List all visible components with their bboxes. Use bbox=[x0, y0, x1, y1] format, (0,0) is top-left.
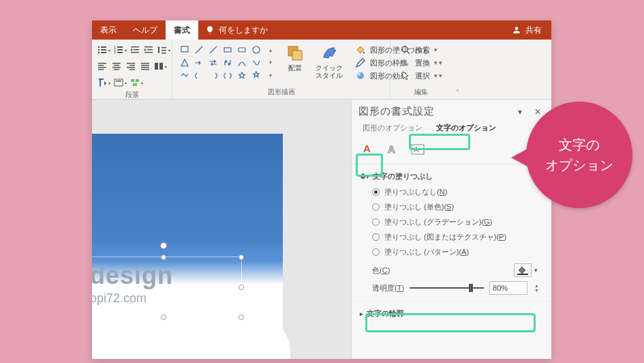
radio-picture-fill[interactable]: 塗りつぶし (図またはテクスチャ)(P) bbox=[372, 232, 543, 242]
effects-icon bbox=[355, 70, 366, 81]
tab-view[interactable]: 表示 bbox=[92, 20, 125, 40]
shapes-gallery[interactable]: ▴▾▾ bbox=[177, 42, 279, 83]
share-button[interactable]: 共有 bbox=[502, 20, 551, 40]
textbox-text-sub: opi72.com bbox=[92, 291, 147, 306]
svg-rect-11 bbox=[117, 52, 123, 53]
section-text-fill-header[interactable]: �▾文字の塗りつぶし bbox=[360, 169, 543, 184]
quick-styles-button[interactable]: クイック スタイル bbox=[311, 42, 347, 81]
lightbulb-icon bbox=[205, 25, 215, 35]
svg-rect-5 bbox=[101, 52, 106, 53]
transparency-spin-up[interactable]: ▲ bbox=[533, 283, 540, 288]
group-editing: 検索 ab 置換▾ 選択▾ 編集 bbox=[390, 40, 452, 99]
align-text-button[interactable]: ▾ bbox=[112, 75, 127, 90]
svg-rect-30 bbox=[129, 65, 135, 66]
radio-solid-fill[interactable]: 塗りつぶし (単色)(S) bbox=[372, 202, 543, 212]
svg-rect-28 bbox=[114, 69, 119, 70]
svg-text:ab: ab bbox=[401, 59, 406, 63]
selected-textbox[interactable]: design opi72.com bbox=[92, 257, 242, 318]
app-window: 表示 ヘルプ 書式 何をしますか 共有 ▾ 123▾ ▾ bbox=[92, 20, 551, 359]
svg-point-55 bbox=[402, 46, 408, 52]
svg-text:A: A bbox=[363, 143, 371, 154]
svg-rect-35 bbox=[141, 67, 149, 68]
svg-rect-37 bbox=[155, 63, 158, 70]
transparency-spin-down[interactable]: ▼ bbox=[533, 288, 540, 293]
arrange-button[interactable]: 配置 bbox=[281, 42, 309, 73]
bullets-button[interactable]: ▾ bbox=[96, 42, 111, 57]
increase-indent-button[interactable] bbox=[142, 42, 155, 57]
svg-rect-42 bbox=[136, 79, 139, 82]
svg-text:A: A bbox=[388, 143, 395, 155]
slide-canvas[interactable]: design opi72.com bbox=[92, 100, 351, 359]
collapse-ribbon-button[interactable]: ˄ bbox=[452, 40, 463, 99]
svg-rect-31 bbox=[127, 67, 135, 68]
svg-rect-14 bbox=[131, 52, 139, 53]
svg-rect-16 bbox=[147, 49, 153, 50]
align-left-button[interactable] bbox=[96, 59, 109, 74]
align-center-button[interactable] bbox=[110, 59, 123, 74]
align-right-button[interactable] bbox=[125, 59, 138, 74]
radio-pattern-fill[interactable]: 塗りつぶし (パターン)(A) bbox=[372, 247, 543, 257]
svg-rect-12 bbox=[131, 46, 139, 48]
text-direction-button[interactable]: ▾ bbox=[96, 75, 111, 90]
tab-format[interactable]: 書式 bbox=[166, 20, 198, 40]
svg-rect-33 bbox=[141, 63, 149, 64]
svg-line-46 bbox=[210, 46, 217, 53]
replace-button[interactable]: ab 置換▾ bbox=[397, 57, 445, 69]
transparency-value-input[interactable]: 80% bbox=[489, 281, 527, 295]
bucket-icon bbox=[355, 44, 366, 55]
radio-gradient-fill[interactable]: 塗りつぶし (グラデーション)(G) bbox=[372, 217, 543, 227]
transparency-slider[interactable] bbox=[410, 283, 484, 293]
svg-rect-26 bbox=[114, 65, 119, 66]
tell-me-search[interactable]: 何をしますか bbox=[198, 20, 275, 40]
pane-tab-shape-options[interactable]: 図形のオプション bbox=[358, 121, 427, 135]
transparency-label: 透明度(T) bbox=[372, 283, 404, 293]
decrease-indent-button[interactable] bbox=[129, 42, 141, 57]
radio-no-fill[interactable]: 塗りつぶしなし(N) bbox=[372, 187, 543, 197]
text-effects-icon[interactable]: A bbox=[383, 141, 403, 158]
group-paragraph: ▾ 123▾ ▾ ▾ ▾ ▾ ▾ bbox=[92, 40, 172, 99]
select-button[interactable]: 選択▾ bbox=[397, 70, 445, 82]
svg-rect-40 bbox=[116, 81, 121, 82]
svg-point-1 bbox=[98, 49, 99, 50]
group-drawing: ▴▾▾ 配置 クイック スタイル 図形の塗りつぶし▾ bbox=[172, 40, 390, 99]
svg-rect-63 bbox=[517, 274, 528, 275]
search-icon bbox=[400, 44, 411, 55]
justify-button[interactable] bbox=[138, 59, 151, 74]
numbering-button[interactable]: 123▾ bbox=[112, 42, 127, 57]
cursor-icon bbox=[400, 70, 411, 81]
svg-point-54 bbox=[358, 73, 361, 76]
pane-menu-button[interactable]: ▾ bbox=[515, 106, 525, 118]
svg-rect-23 bbox=[98, 67, 106, 68]
text-box-icon[interactable]: A bbox=[408, 141, 428, 158]
svg-rect-3 bbox=[101, 46, 106, 48]
find-button[interactable]: 検索 bbox=[397, 44, 445, 56]
svg-line-56 bbox=[407, 51, 410, 54]
line-spacing-button[interactable]: ▾ bbox=[156, 42, 171, 57]
svg-rect-43 bbox=[133, 83, 137, 86]
pane-title: 図形の書式設定 bbox=[358, 105, 509, 118]
svg-rect-41 bbox=[131, 79, 134, 82]
share-label: 共有 bbox=[525, 25, 542, 36]
pane-tab-text-options[interactable]: 文字のオプション bbox=[432, 121, 500, 135]
svg-rect-18 bbox=[162, 47, 166, 48]
color-picker-button[interactable] bbox=[514, 263, 532, 277]
text-fill-outline-icon[interactable]: A bbox=[358, 141, 379, 158]
svg-rect-17 bbox=[144, 52, 153, 53]
annotation-bubble: 文字のオプション bbox=[526, 102, 632, 208]
format-shape-pane: 図形の書式設定 ▾ ✕ 図形のオプション 文字のオプション A A A bbox=[351, 100, 551, 359]
section-text-outline-header[interactable]: ▸文字の輪郭 bbox=[360, 306, 543, 321]
svg-rect-24 bbox=[98, 69, 104, 70]
smartart-button[interactable]: ▾ bbox=[129, 75, 144, 90]
replace-icon: ab bbox=[400, 57, 411, 68]
color-dropdown-button[interactable]: ▾ bbox=[532, 267, 540, 274]
svg-rect-27 bbox=[112, 67, 121, 68]
tab-help[interactable]: ヘルプ bbox=[125, 20, 166, 40]
group-paragraph-label: 段落 bbox=[96, 90, 168, 100]
svg-rect-48 bbox=[239, 48, 245, 52]
columns-button[interactable]: ▾ bbox=[153, 59, 168, 74]
quick-styles-label: クイック スタイル bbox=[316, 64, 343, 79]
group-editing-label: 編集 bbox=[395, 87, 448, 98]
svg-line-45 bbox=[196, 46, 202, 53]
rotate-handle[interactable] bbox=[160, 242, 167, 249]
color-label: 色(C) bbox=[372, 265, 514, 276]
